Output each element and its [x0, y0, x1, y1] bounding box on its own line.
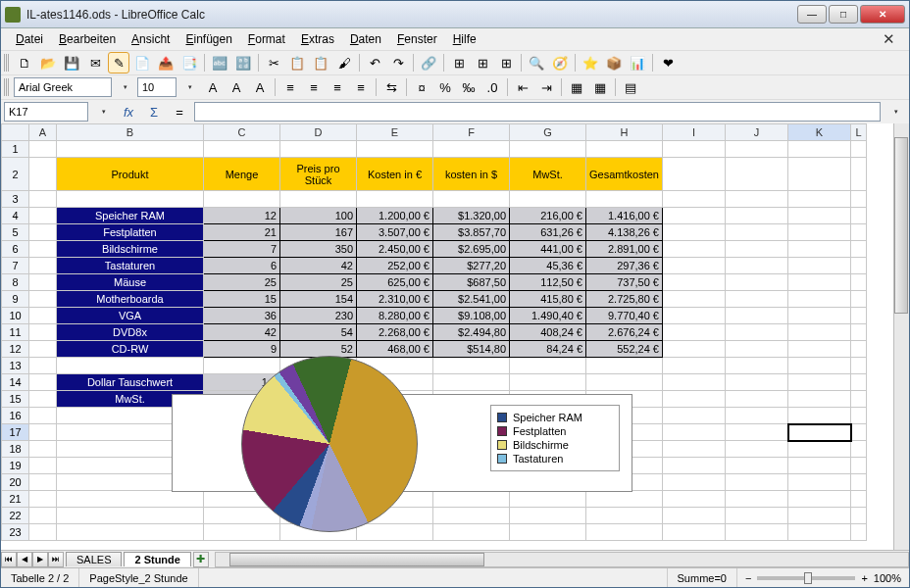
cell[interactable]: Motherboarda: [57, 291, 204, 308]
cell[interactable]: [204, 524, 280, 541]
cell[interactable]: Dollar Tauschwert: [57, 374, 204, 391]
row-header[interactable]: 13: [2, 358, 29, 374]
cell[interactable]: 415,80 €: [510, 291, 586, 308]
row-header[interactable]: 6: [2, 241, 29, 258]
cell[interactable]: Speicher RAM: [57, 208, 204, 224]
cell[interactable]: $687,50: [433, 274, 510, 291]
row-header[interactable]: 1: [2, 141, 29, 158]
name-box-dropdown-icon[interactable]: [92, 101, 114, 122]
sheet-tab[interactable]: SALES: [66, 552, 122, 566]
column-header[interactable]: G: [510, 124, 586, 141]
toolbar-button[interactable]: 📑: [178, 52, 200, 74]
cell[interactable]: [663, 141, 726, 158]
cell[interactable]: 42: [204, 324, 280, 341]
cell[interactable]: [851, 341, 867, 358]
cell[interactable]: 12: [204, 208, 280, 224]
cell[interactable]: [726, 474, 788, 491]
cell[interactable]: 2.310,00 €: [357, 291, 433, 308]
formula-expand-icon[interactable]: [885, 101, 906, 122]
cell[interactable]: [663, 391, 726, 408]
vertical-scrollbar[interactable]: [893, 123, 909, 550]
cell[interactable]: [433, 491, 510, 508]
cell[interactable]: [788, 224, 851, 241]
toolbar-button[interactable]: 🖌: [333, 52, 355, 74]
row-header[interactable]: 20: [2, 474, 29, 491]
toolbar-button[interactable]: ⇥: [535, 76, 557, 98]
cell[interactable]: [726, 158, 788, 191]
cell[interactable]: [851, 208, 867, 224]
cell[interactable]: [788, 341, 851, 358]
tab-first-icon[interactable]: ⏮: [1, 552, 17, 567]
cell[interactable]: [726, 391, 788, 408]
cell[interactable]: [29, 208, 57, 224]
cell[interactable]: [29, 241, 57, 258]
cell[interactable]: [57, 191, 204, 208]
function-wizard-icon[interactable]: fx: [118, 101, 139, 122]
zoom-slider[interactable]: [757, 576, 855, 580]
cell[interactable]: [433, 524, 510, 541]
cell[interactable]: [29, 358, 57, 374]
cell[interactable]: Festplatten: [57, 224, 204, 241]
cell[interactable]: [433, 374, 510, 391]
menu-extras[interactable]: Extras: [294, 30, 341, 48]
horizontal-scrollbar[interactable]: [215, 552, 909, 567]
cell[interactable]: 297,36 €: [586, 258, 663, 274]
cell[interactable]: [663, 408, 726, 424]
toolbar-button[interactable]: ‰: [458, 76, 480, 98]
toolbar-button[interactable]: ✂: [263, 52, 284, 74]
toolbar-button[interactable]: ⭐: [580, 52, 601, 74]
cell[interactable]: [788, 191, 851, 208]
cell[interactable]: DVD8x: [57, 324, 204, 341]
toolbar-button[interactable]: ▦: [566, 76, 587, 98]
font-name-input[interactable]: [14, 77, 112, 97]
cell[interactable]: [726, 208, 788, 224]
cell[interactable]: [851, 224, 867, 241]
toolbar-button[interactable]: ≡: [350, 76, 372, 98]
close-button[interactable]: ✕: [860, 5, 905, 24]
cell[interactable]: 252,00 €: [357, 258, 433, 274]
status-pagestyle[interactable]: PageStyle_2 Stunde: [79, 568, 198, 587]
cell[interactable]: [851, 391, 867, 408]
cell[interactable]: [726, 374, 788, 391]
cell[interactable]: [510, 358, 586, 374]
cell[interactable]: [851, 258, 867, 274]
toolbar-button[interactable]: ⊞: [495, 52, 517, 74]
cell[interactable]: 54: [280, 324, 357, 341]
cell[interactable]: [726, 224, 788, 241]
cell[interactable]: [663, 441, 726, 458]
cell[interactable]: $277,20: [433, 258, 510, 274]
cell[interactable]: 408,24 €: [510, 324, 586, 341]
column-header[interactable]: C: [204, 124, 280, 141]
cell[interactable]: 230: [280, 308, 357, 324]
cell[interactable]: [726, 291, 788, 308]
toolbar-button[interactable]: 💾: [61, 52, 82, 74]
cell[interactable]: [726, 191, 788, 208]
toolbar-button[interactable]: ¤: [411, 76, 432, 98]
row-header[interactable]: 10: [2, 308, 29, 324]
toolbar-button[interactable]: 📋: [286, 52, 308, 74]
cell[interactable]: [726, 508, 788, 524]
cell[interactable]: [663, 191, 726, 208]
cell[interactable]: [726, 358, 788, 374]
cell[interactable]: $1.320,00: [433, 208, 510, 224]
cell[interactable]: Produkt: [57, 158, 204, 191]
cell[interactable]: [851, 274, 867, 291]
row-header[interactable]: 9: [2, 291, 29, 308]
row-header[interactable]: 21: [2, 491, 29, 508]
cell[interactable]: [29, 224, 57, 241]
cell[interactable]: [29, 474, 57, 491]
row-header[interactable]: 3: [2, 191, 29, 208]
zoom-in-icon[interactable]: +: [861, 572, 867, 584]
cell[interactable]: [851, 158, 867, 191]
cell[interactable]: [29, 508, 57, 524]
menu-datei[interactable]: Datei: [9, 30, 50, 48]
row-header[interactable]: 11: [2, 324, 29, 341]
column-header[interactable]: F: [433, 124, 510, 141]
chart-object[interactable]: Speicher RAMFestplattenBildschirmeTastat…: [172, 394, 632, 492]
cell[interactable]: [29, 408, 57, 424]
cell[interactable]: 441,00 €: [510, 241, 586, 258]
toolbar-button[interactable]: ✉: [84, 52, 106, 74]
column-header[interactable]: I: [663, 124, 726, 141]
cell[interactable]: [663, 374, 726, 391]
cell[interactable]: [204, 191, 280, 208]
